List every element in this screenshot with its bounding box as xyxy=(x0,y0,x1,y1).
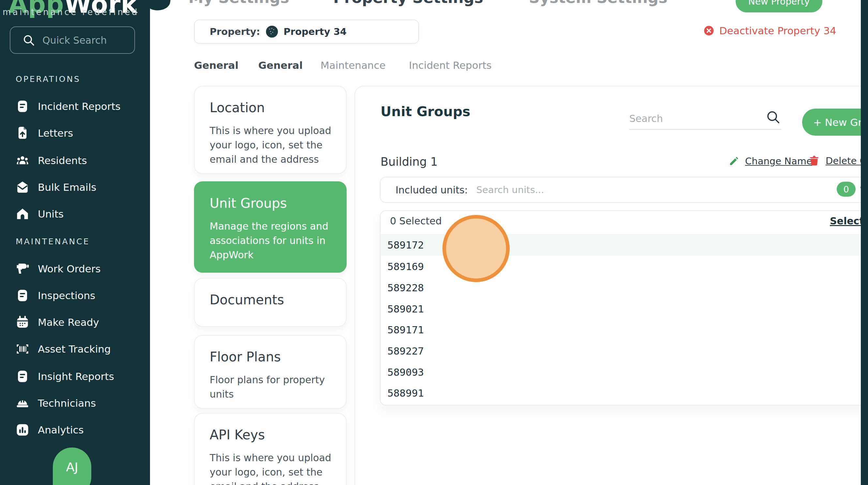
unit-row[interactable]: 589228 xyxy=(380,277,868,298)
sidebar-item-units[interactable]: Units xyxy=(16,206,140,222)
card-title: Documents xyxy=(210,292,346,307)
sidebar-item-label: Inspections xyxy=(38,290,95,301)
selected-count-badge: 0 xyxy=(837,182,856,197)
sidebar-item-label: Units xyxy=(38,208,64,220)
card-floor-plans[interactable]: Floor Plans Floor plans for property uni… xyxy=(194,335,347,409)
incident-reports-icon xyxy=(16,99,29,113)
sidebar-item-letters[interactable]: Letters xyxy=(16,125,140,142)
sidebar-item-make-ready[interactable]: Make Ready xyxy=(16,314,140,331)
included-units-box: Included units: xyxy=(380,177,868,203)
search-icon[interactable] xyxy=(766,110,781,125)
unit-row[interactable]: 589227 xyxy=(380,340,868,362)
topnav-property-settings[interactable]: Property Settings xyxy=(333,0,483,6)
units-search-input[interactable] xyxy=(476,184,770,195)
sidebar-item-residents[interactable]: Residents xyxy=(16,152,140,169)
topnav-my-settings[interactable]: My Settings xyxy=(188,0,289,6)
quick-search-box[interactable] xyxy=(10,26,135,54)
card-title: Unit Groups xyxy=(210,196,346,211)
circle-x-icon xyxy=(704,25,714,36)
sidebar-item-bulk-emails[interactable]: Bulk Emails xyxy=(16,179,140,196)
group-search-input[interactable] xyxy=(629,108,781,130)
card-description: Floor plans for property units xyxy=(210,373,336,401)
app-screen: AppWork maintenance redefined OPERATIONS… xyxy=(0,0,868,485)
group-name: Building 1 xyxy=(380,155,438,168)
unit-row[interactable]: 589021 xyxy=(380,298,868,320)
property-selector[interactable]: Property: Property 34 xyxy=(194,20,419,44)
new-property-button[interactable]: New Property xyxy=(736,0,823,12)
sidebar-item-label: Asset Tracking xyxy=(38,343,111,355)
card-location[interactable]: Location This is where you upload your l… xyxy=(194,86,347,174)
sidebar-item-label: Analytics xyxy=(38,424,84,436)
letters-icon xyxy=(16,126,29,140)
card-documents[interactable]: Documents xyxy=(194,278,347,327)
sidebar-item-label: Work Orders xyxy=(38,263,101,275)
selected-count-label: 0 Selected xyxy=(390,215,442,227)
sidebar-item-label: Make Ready xyxy=(38,316,99,328)
sidebar-section-maintenance: MAINTENANCE xyxy=(16,237,90,246)
sidebar-item-asset-tracking[interactable]: Asset Tracking xyxy=(16,340,140,358)
sidebar-item-label: Letters xyxy=(38,127,73,139)
card-unit-groups[interactable]: Unit Groups Manage the regions and assoc… xyxy=(194,181,347,273)
deactivate-property-link[interactable]: Deactivate Property 34 xyxy=(704,25,836,36)
unit-number: 589172 xyxy=(388,239,424,251)
card-description: This is where you upload your logo, icon… xyxy=(210,124,336,167)
inspections-icon xyxy=(16,289,29,302)
unit-number: 589169 xyxy=(388,261,424,272)
sidebar-item-label: Insight Reports xyxy=(38,370,114,382)
bulk-emails-icon xyxy=(16,180,29,194)
sidebar-item-incident-reports[interactable]: Incident Reports xyxy=(16,98,140,115)
change-name-label: Change Name xyxy=(745,156,812,167)
work-orders-icon xyxy=(16,262,29,276)
card-description: Manage the regions and associations for … xyxy=(210,219,336,262)
technicians-icon xyxy=(16,396,29,410)
sidebar-item-work-orders[interactable]: Work Orders xyxy=(16,260,140,277)
change-name-link[interactable]: Change Name xyxy=(729,156,812,167)
tab-general-1[interactable]: General xyxy=(194,59,238,71)
deactivate-property-label: Deactivate Property 34 xyxy=(719,25,836,36)
sidebar-item-label: Bulk Emails xyxy=(38,181,96,193)
tab-incident-reports[interactable]: Incident Reports xyxy=(409,59,492,71)
click-indicator-circle xyxy=(442,215,510,282)
unit-number: 589228 xyxy=(388,282,424,294)
pencil-icon xyxy=(729,156,739,166)
sidebar-section-operations: OPERATIONS xyxy=(16,74,81,84)
property-label: Property: xyxy=(210,26,260,37)
asset-tracking-icon xyxy=(16,342,29,356)
delete-group-link[interactable]: Delete Group xyxy=(809,155,868,166)
tab-maintenance[interactable]: Maintenance xyxy=(320,59,386,71)
sidebar-item-label: Residents xyxy=(38,155,87,166)
unit-number: 589093 xyxy=(388,366,424,378)
insight-reports-icon xyxy=(16,369,29,383)
units-icon xyxy=(16,207,29,221)
right-edge-strip xyxy=(861,0,868,485)
avatar-initials: AJ xyxy=(66,460,78,474)
unit-row[interactable]: 589093 xyxy=(380,361,868,383)
trash-icon xyxy=(809,155,820,166)
included-units-label: Included units: xyxy=(396,184,468,196)
user-avatar[interactable]: AJ xyxy=(53,448,91,485)
unit-number: 589227 xyxy=(388,345,424,357)
card-title: Floor Plans xyxy=(210,349,346,364)
sidebar-item-technicians[interactable]: Technicians xyxy=(16,395,140,412)
sidebar-item-analytics[interactable]: Analytics xyxy=(16,421,140,438)
residents-icon xyxy=(16,154,29,167)
card-api-keys[interactable]: API Keys This is where you upload your l… xyxy=(194,413,347,485)
card-title: Location xyxy=(210,100,346,115)
property-value: Property 34 xyxy=(284,26,347,37)
unit-row[interactable]: 588991 xyxy=(380,382,868,404)
property-avatar-icon xyxy=(266,25,278,38)
tab-general-2[interactable]: General xyxy=(258,59,303,71)
unit-number: 588991 xyxy=(388,387,424,399)
sidebar-item-label: Technicians xyxy=(38,397,96,409)
unit-number: 589021 xyxy=(388,303,424,315)
search-icon xyxy=(22,34,35,47)
unit-row[interactable]: 589171 xyxy=(380,319,868,340)
topnav-system-settings[interactable]: System Settings xyxy=(529,0,668,6)
new-group-button[interactable]: + New Group xyxy=(802,109,868,136)
sidebar-item-inspections[interactable]: Inspections xyxy=(16,287,140,304)
quick-search-input[interactable] xyxy=(42,35,127,46)
logo-tagline: maintenance redefined xyxy=(3,7,150,17)
unit-number: 589171 xyxy=(388,324,424,336)
sidebar-item-insight-reports[interactable]: Insight Reports xyxy=(16,368,140,385)
card-title: API Keys xyxy=(210,427,346,442)
